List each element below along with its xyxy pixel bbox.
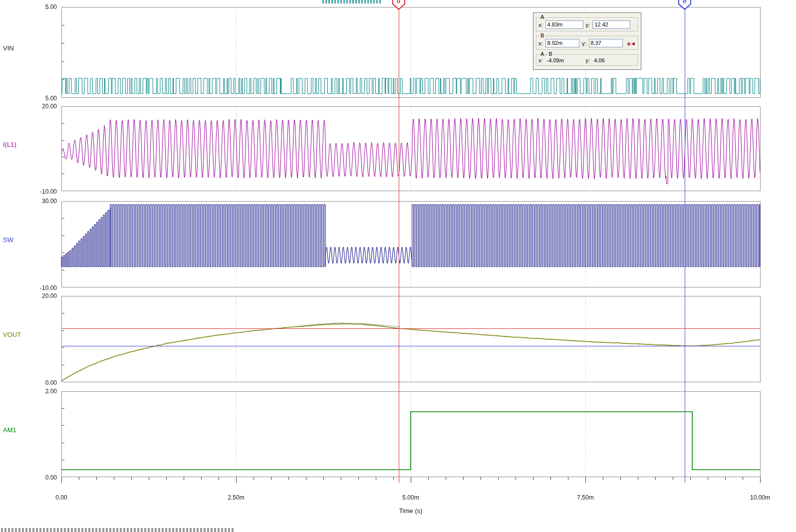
x-axis-title: Time (s): [399, 507, 422, 515]
y-axis-top-label-vout: 20.00: [14, 292, 57, 299]
x-tick-label-5m: 5.00m: [402, 494, 419, 501]
y-axis-bottom-label-am1: 0.00: [14, 474, 57, 481]
delta-y-value: 4.06: [592, 57, 630, 63]
cursor-b-x-label: x:: [538, 40, 543, 46]
y-axis-top-label-sw: 30.00: [14, 198, 57, 205]
readout-group-b-label: B: [539, 32, 545, 39]
cursor-b-x-field[interactable]: 8.92m: [545, 39, 579, 47]
signal-label-vin: VIN: [3, 44, 14, 52]
cursor-a-flag-letter: a: [392, 0, 405, 5]
signal-label-sw: SW: [3, 236, 13, 244]
cursor-b-flag-letter: b: [678, 0, 691, 5]
delta-y-label: y:: [586, 57, 590, 63]
y-axis-bottom-label-vout: 0.00: [14, 379, 57, 386]
cursor-a-y-label: y:: [586, 22, 590, 28]
cursor-b-hline[interactable]: [61, 346, 760, 346]
y-axis-bottom-label-sw: -10.00: [14, 284, 57, 291]
y-axis-bottom-label-vin: 5.00: [14, 95, 57, 102]
y-axis-top-label-il1: 20.00: [14, 103, 57, 110]
readout-group-a-label: A: [539, 14, 545, 20]
y-axis-top-label-am1: 2.00: [14, 388, 57, 395]
waveform-viewer: VIN I(L1) SW VOUT AM1 5.00 5.00 20.00 -1…: [0, 0, 796, 532]
x-tick-label-0: 0.00: [55, 494, 67, 501]
cursor-b-line[interactable]: [685, 9, 685, 483]
signal-label-am1: AM1: [3, 426, 16, 434]
readout-group-delta-label: A - B: [539, 51, 554, 57]
cursor-a-y-field[interactable]: 12.42: [592, 20, 630, 29]
x-tick-label-10m: 10.00m: [750, 494, 770, 501]
cursor-a-link-icon[interactable]: a◄: [627, 40, 636, 46]
cursor-a-x-field[interactable]: 4.83m: [545, 20, 583, 29]
cursor-a-flag[interactable]: a: [392, 0, 405, 10]
y-axis-bottom-label-il1: -10.00: [14, 188, 57, 195]
waveform-plot-canvas: [0, 0, 796, 532]
cursor-a-x-label: x:: [538, 22, 543, 28]
cursor-b-y-field[interactable]: 8.37: [589, 39, 623, 47]
cursor-a-line[interactable]: [399, 9, 399, 483]
y-axis-top-label-vin: 5.00: [14, 3, 57, 10]
signal-label-il1: I(L1): [3, 141, 16, 148]
x-tick-label-2.5m: 2.50m: [228, 494, 244, 501]
delta-x-value: -4.09m: [545, 57, 583, 63]
signal-label-vout: VOUT: [3, 331, 21, 338]
clipped-title-text-artifact: [322, 0, 381, 3]
clipped-status-text-artifact: [1, 528, 235, 532]
cursor-a-hline[interactable]: [61, 328, 760, 329]
delta-x-label: x:: [538, 57, 543, 63]
x-tick-label-7.5m: 7.50m: [577, 494, 593, 501]
readout-group-delta: A - B x: -4.09m y: 4.06: [536, 54, 638, 66]
cursor-b-y-label: y:: [582, 40, 586, 46]
readout-group-b: B x: 8.92m y: 8.37 a◄: [536, 36, 638, 50]
cursor-readout-panel: A x: 4.83m y: 12.42 B x: 8.92m y: 8.37 a…: [533, 12, 641, 70]
cursor-b-flag[interactable]: b: [678, 0, 691, 10]
readout-group-a: A x: 4.83m y: 12.42: [536, 17, 638, 31]
